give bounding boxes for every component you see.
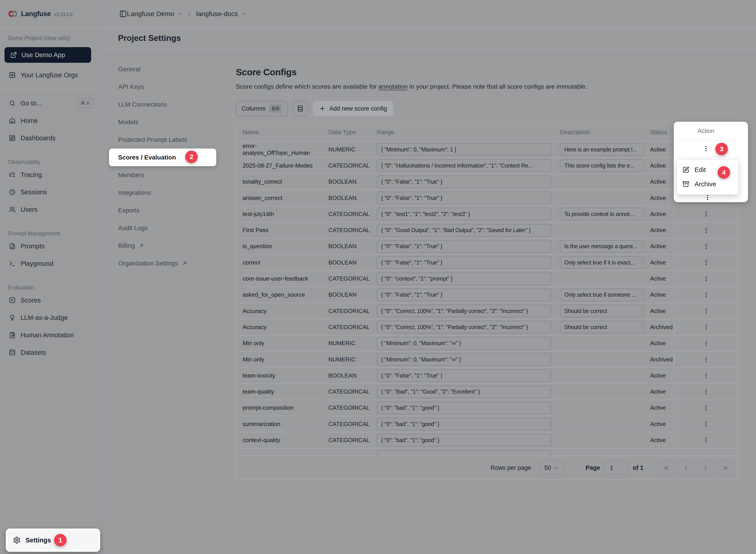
row-actions-button-8[interactable] <box>701 273 711 284</box>
kebab-icon <box>703 145 709 152</box>
dashboards-icon <box>9 135 16 142</box>
add-score-config-button[interactable]: Add new score config <box>313 101 393 116</box>
chevrons-right-icon <box>722 465 728 471</box>
settings-nav-item-4[interactable]: Protected Prompt Labels <box>109 131 216 149</box>
grid-icon <box>9 72 16 78</box>
settings-nav-item-0[interactable]: General <box>109 60 216 78</box>
row-actions-button-18[interactable] <box>701 435 711 445</box>
table-row-5: First Pass CATEGORICAL { "0": "Good Outp… <box>236 222 738 238</box>
table-row-2: tonality_correct BOOLEAN { "0": "False",… <box>236 174 738 190</box>
settings-nav-item-9[interactable]: Audit Logs <box>109 219 216 237</box>
range-value: { "0": "Correct, 100%", "1": "Partially … <box>377 321 551 333</box>
next-page-button[interactable] <box>697 461 714 475</box>
row-actions-button-4[interactable] <box>701 209 711 219</box>
settings-nav-item-7[interactable]: Integrations <box>109 184 216 202</box>
datasets-icon <box>9 349 16 356</box>
status-value: Archived <box>646 351 674 367</box>
breadcrumb-project[interactable]: langfuse-docs <box>196 10 247 18</box>
table-row-0: error-analysis_OffTopic_Human NUMERIC { … <box>236 141 738 157</box>
table-row-10: Accuracy CATEGORICAL { "0": "Correct, 10… <box>236 303 738 319</box>
sidebar-item-1[interactable]: Dashboards <box>0 129 102 147</box>
row-actions-button-12[interactable] <box>701 338 711 349</box>
settings-nav: General API Keys LLM Connections Models … <box>109 60 216 272</box>
row-actions-button-16[interactable] <box>701 402 711 413</box>
row-actions-button-9[interactable] <box>701 289 711 300</box>
settings-nav-item-2[interactable]: LLM Connections <box>109 96 216 113</box>
description-value: Only select true if someone ... <box>560 289 644 301</box>
table-header-row: Name Data Type Range Description Status … <box>236 123 738 141</box>
rows-per-page-select[interactable]: 50 <box>539 461 564 475</box>
plus-icon <box>319 105 326 112</box>
menu-item-1[interactable]: Archive <box>677 177 738 191</box>
settings-nav-item-6[interactable]: Members <box>109 166 216 184</box>
sidebar-item-your-orgs[interactable]: Your Langfuse Orgs <box>0 66 97 84</box>
row-height-button[interactable] <box>293 101 308 116</box>
chevron-left-icon <box>683 465 689 471</box>
table-row-12: Min only NUMERIC { "Minimum": 0, "Maximu… <box>236 335 738 351</box>
last-page-button[interactable] <box>717 461 734 475</box>
table-row-6: is_question BOOLEAN { "0": "False", "1":… <box>236 238 738 254</box>
annotation-link[interactable]: annotation <box>378 83 408 90</box>
page-title: Project Settings <box>118 34 181 43</box>
section-title: Score Configs <box>236 67 296 77</box>
sidebar-item-goto[interactable]: Go to... ⌘ K <box>0 95 102 112</box>
settings-nav-item-5[interactable]: Scores / Evaluation <box>109 149 216 166</box>
prev-page-button[interactable] <box>678 461 694 475</box>
use-demo-app-button[interactable]: Use Demo App <box>4 47 91 63</box>
callout-step-4: 4 <box>717 166 730 179</box>
kebab-icon <box>703 308 709 314</box>
sidebar-item-obs-1[interactable]: Sessions <box>0 183 102 201</box>
row-actions-button-15[interactable] <box>701 386 711 397</box>
row-actions-button-11[interactable] <box>701 322 711 332</box>
edit-icon <box>683 166 689 173</box>
sidebar-item-eval-1[interactable]: LLM-as-a-Judge <box>0 309 102 326</box>
row-actions-button-open[interactable] <box>701 143 711 154</box>
settings-nav-item-3[interactable]: Models <box>109 113 216 131</box>
settings-nav-item-8[interactable]: Exports <box>109 202 216 219</box>
users-icon <box>9 206 16 213</box>
table-row-partial <box>236 448 738 457</box>
sidebar-item-obs-0[interactable]: Tracing <box>0 166 102 183</box>
sidebar-item-eval-0[interactable]: Scores <box>0 291 102 309</box>
status-value: Active <box>646 384 674 399</box>
external-arrow-icon <box>182 261 187 266</box>
settings-nav-item-11[interactable]: Organization Settings <box>109 255 216 272</box>
human-annotation-icon <box>9 332 16 338</box>
table-row-13: Min only NUMERIC { "Minimum": 0, "Maximu… <box>236 351 738 367</box>
range-value: { "0": "Bad", "1": "Good", "2": "Excelle… <box>377 386 551 398</box>
settings-nav-item-1[interactable]: API Keys <box>109 78 216 96</box>
row-actions-button-5[interactable] <box>701 225 711 236</box>
prompts-icon <box>9 243 16 250</box>
range-value: { "Minimum": 0, "Maximum": "∞" } <box>377 353 551 366</box>
sidebar-item-obs-2[interactable]: Users <box>0 201 102 218</box>
breadcrumb-org[interactable]: Langfuse Demo <box>127 10 183 18</box>
first-page-button[interactable] <box>658 461 675 475</box>
sidebar-item-pm-1[interactable]: Playground <box>0 255 102 272</box>
sidebar-item-eval-3[interactable]: Datasets <box>0 344 102 361</box>
sidebar-item-settings[interactable]: Settings <box>8 530 98 550</box>
row-actions-button-7[interactable] <box>701 257 711 268</box>
sidebar-item-eval-2[interactable]: Human Annotation <box>0 326 102 344</box>
section-description: Score configs define which scores are av… <box>236 83 587 90</box>
sidebar-group-prompt-management: Prompt Management <box>0 229 102 237</box>
description-value: Should be correct <box>560 321 644 333</box>
row-actions-button-6[interactable] <box>701 241 711 252</box>
panel-left-toggle[interactable] <box>119 10 127 18</box>
row-actions-button-17[interactable] <box>701 419 711 429</box>
status-value: Active <box>646 368 674 383</box>
row-actions-button-13[interactable] <box>701 354 711 365</box>
row-actions-button-10[interactable] <box>701 306 711 316</box>
columns-button[interactable]: Columns 6/8 <box>236 101 288 116</box>
row-actions-button-14[interactable] <box>701 370 711 381</box>
settings-nav-item-10[interactable]: Billing <box>109 237 216 255</box>
chevron-down-icon <box>177 11 183 17</box>
sidebar-item-pm-0[interactable]: Prompts <box>0 237 102 255</box>
range-value: { "0": "context", "1": "prompt" } <box>377 273 551 285</box>
rows-icon <box>297 105 304 112</box>
kebab-icon <box>703 340 709 347</box>
sidebar-item-0[interactable]: Home <box>0 112 102 129</box>
page-number-input[interactable] <box>604 461 628 475</box>
range-value: { "0": "Hallucinations / Incorrect Infor… <box>377 159 551 172</box>
status-value: Active <box>646 158 674 173</box>
table-row-11: Accuracy CATEGORICAL { "0": "Correct, 10… <box>236 319 738 335</box>
